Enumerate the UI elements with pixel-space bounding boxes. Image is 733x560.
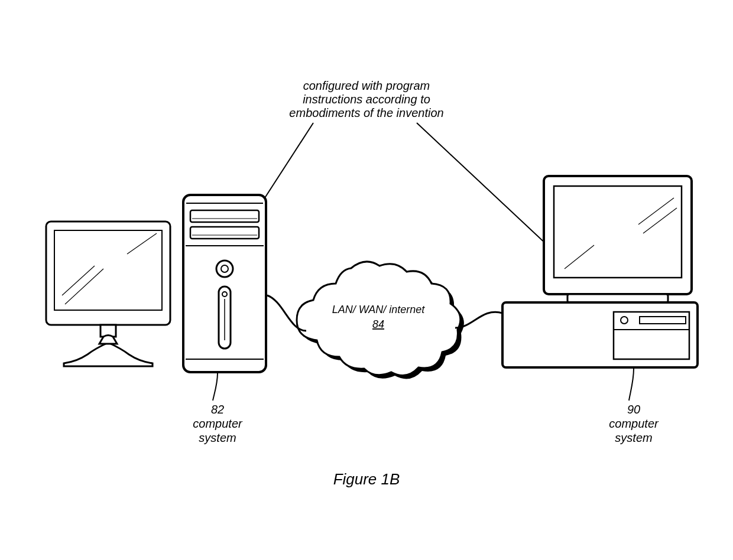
cloud-label: LAN/ WAN/ internet xyxy=(332,304,426,315)
patent-figure-1b: configured with program instructions acc… xyxy=(0,0,733,560)
svg-rect-8 xyxy=(190,210,259,222)
right-label1: computer xyxy=(609,417,659,430)
svg-point-29 xyxy=(621,317,628,324)
svg-point-16 xyxy=(222,292,227,297)
annotation-line2: instructions according to xyxy=(303,93,430,106)
right-system-label: 90 computer system xyxy=(609,403,659,444)
left-label2: system xyxy=(199,431,236,444)
svg-rect-10 xyxy=(190,227,259,239)
leader-line-left xyxy=(257,123,313,210)
left-system-label: 82 computer system xyxy=(193,403,243,444)
ref-leader-90 xyxy=(629,369,634,401)
right-computer xyxy=(502,176,698,367)
left-label1: computer xyxy=(193,417,243,430)
cloud-refnum: 84 xyxy=(372,318,384,330)
svg-point-14 xyxy=(221,265,228,272)
svg-rect-24 xyxy=(567,294,668,302)
right-refnum: 90 xyxy=(627,403,640,416)
annotation-text: configured with program instructions acc… xyxy=(289,79,443,119)
svg-rect-28 xyxy=(640,317,686,324)
right-label2: system xyxy=(615,431,652,444)
svg-rect-20 xyxy=(554,186,682,278)
annotation-line3: embodiments of the invention xyxy=(289,106,443,119)
left-refnum: 82 xyxy=(211,403,224,416)
network-cloud: LAN/ WAN/ internet 84 xyxy=(297,262,464,379)
annotation-line1: configured with program xyxy=(303,79,430,92)
ref-leader-82 xyxy=(213,373,218,401)
svg-rect-1 xyxy=(54,230,162,310)
left-monitor xyxy=(46,222,170,366)
left-tower xyxy=(183,195,266,372)
figure-caption: Figure 1B xyxy=(333,470,400,488)
